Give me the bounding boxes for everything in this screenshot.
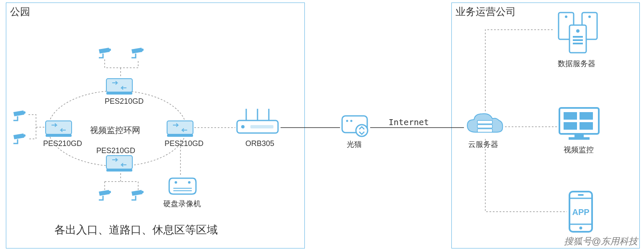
svg-rect-38: [569, 25, 586, 53]
svg-rect-42: [573, 43, 583, 44]
areas-label: 各出入口、道路口、休息区等区域: [54, 223, 218, 237]
svg-point-28: [346, 120, 348, 122]
svg-rect-34: [477, 125, 492, 128]
camera-icon: [12, 132, 28, 145]
connector-line: [100, 172, 142, 191]
company-title: 业务运营公司: [456, 5, 516, 18]
svg-point-10: [141, 49, 144, 51]
svg-rect-8: [106, 169, 132, 172]
svg-point-39: [576, 29, 580, 33]
switch-icon-left: [44, 119, 73, 138]
svg-point-29: [350, 120, 353, 122]
camera-icon: [97, 46, 114, 59]
video-monitor-label: 视频监控: [564, 145, 594, 155]
camera-icon: [12, 109, 28, 122]
switch-label-right: PES210GD: [165, 139, 204, 148]
connector-line: [179, 139, 182, 177]
internet-label: Internet: [389, 117, 429, 127]
park-title: 公园: [10, 5, 30, 18]
svg-rect-46: [564, 112, 577, 120]
data-server-label: 数据服务器: [558, 59, 595, 69]
connector-line: [100, 59, 142, 79]
svg-rect-40: [573, 36, 583, 38]
connector-line: [484, 138, 568, 213]
svg-point-55: [580, 227, 582, 230]
switch-icon-right: [165, 119, 195, 138]
switch-label-top: PES210GD: [105, 97, 144, 106]
svg-rect-35: [477, 129, 492, 132]
svg-rect-3: [46, 121, 72, 134]
svg-point-9: [108, 49, 111, 51]
camera-icon: [130, 46, 147, 59]
svg-point-14: [141, 191, 144, 193]
svg-rect-48: [564, 122, 577, 130]
router-icon: [234, 107, 281, 136]
router-label: ORB305: [245, 139, 274, 148]
connector-line: [504, 126, 558, 128]
svg-point-11: [23, 111, 26, 114]
switch-icon-bottom: [105, 154, 134, 173]
app-phone-icon: APP: [566, 189, 595, 235]
svg-rect-56: [578, 194, 584, 196]
svg-point-13: [108, 191, 111, 193]
svg-rect-33: [477, 120, 492, 124]
svg-rect-45: [559, 108, 599, 134]
svg-point-22: [175, 181, 177, 184]
svg-point-44: [588, 15, 591, 18]
svg-rect-50: [574, 134, 584, 137]
svg-rect-51: [569, 137, 590, 140]
switch-label-bottom: PES210GD: [96, 146, 135, 155]
svg-rect-2: [106, 92, 132, 95]
svg-rect-7: [106, 156, 132, 169]
app-text: APP: [572, 207, 589, 217]
dvr-label: 硬盘录像机: [163, 199, 201, 209]
connector-line: [28, 114, 45, 141]
ring-network-label: 视频监控环网: [90, 125, 140, 136]
svg-rect-4: [46, 134, 72, 137]
switch-icon-top: [105, 77, 134, 96]
connector-line-solid: [369, 126, 465, 129]
svg-point-12: [23, 134, 26, 137]
svg-rect-20: [250, 125, 273, 128]
watermark: 搜狐号@东用科技: [564, 235, 638, 248]
svg-rect-1: [106, 79, 132, 92]
svg-point-19: [241, 125, 245, 128]
connector-line: [484, 28, 555, 112]
video-monitor-icon: [556, 105, 602, 142]
svg-rect-5: [167, 121, 193, 134]
cloud-server-icon: [464, 110, 506, 141]
switch-label-left: PES210GD: [43, 139, 82, 148]
svg-point-23: [188, 181, 191, 184]
svg-rect-41: [573, 39, 583, 41]
svg-point-43: [565, 15, 567, 18]
svg-rect-6: [167, 134, 193, 137]
connector-line: [193, 126, 236, 129]
modem-label: 光猫: [347, 139, 362, 149]
svg-rect-49: [580, 122, 593, 130]
connector-line-solid: [280, 126, 341, 129]
modem-icon: [340, 113, 370, 138]
data-server-icon: [553, 10, 603, 56]
svg-rect-47: [580, 112, 593, 120]
dvr-icon: [167, 176, 198, 197]
